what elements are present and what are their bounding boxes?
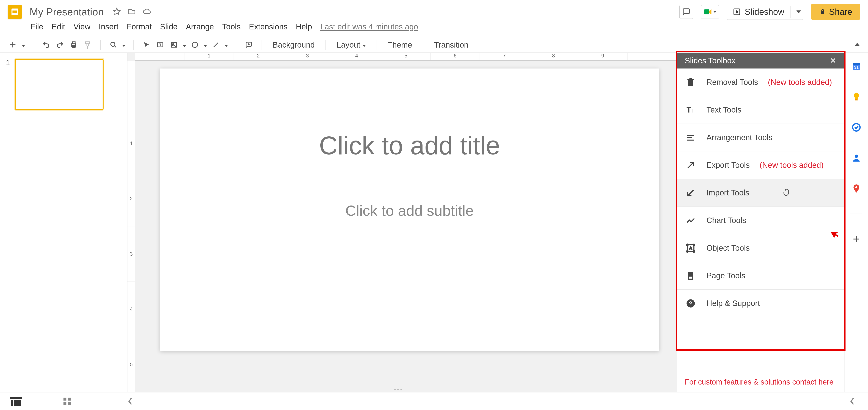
move-icon[interactable]: [128, 7, 136, 16]
svg-rect-58: [11, 400, 13, 406]
import-icon: [685, 187, 696, 199]
tool-item-removal-tools[interactable]: Removal Tools (New tools added): [677, 68, 844, 96]
expand-sidepanel-button[interactable]: [846, 398, 858, 405]
last-edit[interactable]: Last edit was 4 minutes ago: [320, 22, 418, 31]
shape-tool[interactable]: [190, 40, 200, 50]
redo-button[interactable]: [55, 40, 65, 50]
svg-point-41: [686, 244, 688, 245]
star-icon[interactable]: [113, 7, 121, 16]
side-panel: 31: [844, 53, 868, 392]
slides-logo[interactable]: [8, 5, 22, 19]
image-tool[interactable]: [169, 40, 179, 50]
menu-edit[interactable]: Edit: [52, 22, 65, 31]
zoom-button[interactable]: [108, 40, 118, 50]
header: My Presentation Slideshow Share: [0, 0, 868, 37]
chevron-down-icon[interactable]: [225, 40, 228, 49]
layout-button[interactable]: Layout: [334, 40, 369, 49]
menu-arrange[interactable]: Arrange: [186, 22, 214, 31]
comment-tool[interactable]: [244, 40, 254, 50]
svg-rect-14: [72, 42, 75, 44]
svg-line-38: [688, 162, 693, 168]
menu-format[interactable]: Format: [127, 22, 152, 31]
toolbar: Background Layout Theme Transition: [0, 37, 868, 53]
menu-insert[interactable]: Insert: [99, 22, 118, 31]
background-button[interactable]: Background: [270, 40, 318, 49]
svg-marker-5: [713, 11, 717, 13]
add-addon-button[interactable]: [851, 234, 862, 244]
print-button[interactable]: [69, 40, 79, 50]
comments-button[interactable]: [679, 5, 693, 19]
addon-title: Slides Toolbox: [685, 56, 736, 65]
tasks-icon[interactable]: [851, 122, 862, 133]
theme-button[interactable]: Theme: [385, 40, 415, 49]
tool-item-import-tools[interactable]: Import Tools: [677, 179, 844, 207]
calendar-icon[interactable]: 31: [851, 61, 862, 71]
svg-text:A: A: [689, 246, 692, 251]
contacts-icon[interactable]: [851, 152, 862, 163]
menu-slide[interactable]: Slide: [160, 22, 178, 31]
menu-file[interactable]: File: [31, 22, 43, 31]
svg-marker-32: [854, 43, 860, 47]
tool-item-text-tools[interactable]: TTText Tools: [677, 96, 844, 124]
menu-view[interactable]: View: [73, 22, 90, 31]
tool-item-export-tools[interactable]: Export Tools (New tools added): [677, 151, 844, 179]
tool-label: Arrangement Tools: [707, 133, 773, 142]
title-placeholder-text: Click to add title: [319, 131, 500, 160]
share-button[interactable]: Share: [811, 4, 860, 20]
chevron-down-icon[interactable]: [204, 40, 207, 49]
chevron-down-icon[interactable]: [796, 9, 801, 14]
tool-item-object-tools[interactable]: AObject Tools: [677, 234, 844, 262]
svg-text:?: ?: [689, 300, 692, 306]
filmstrip-view-button[interactable]: [10, 398, 22, 405]
meet-button[interactable]: [701, 5, 719, 19]
paint-format-button[interactable]: [83, 40, 93, 50]
svg-rect-1: [12, 10, 17, 13]
svg-point-55: [855, 186, 857, 188]
menu-tools[interactable]: Tools: [222, 22, 241, 31]
chevron-down-icon[interactable]: [122, 40, 125, 49]
maps-icon[interactable]: [851, 183, 862, 194]
chevron-down-icon[interactable]: [183, 40, 186, 49]
transition-button[interactable]: Transition: [431, 40, 471, 49]
menu-bar: File Edit View Insert Format Slide Arran…: [8, 20, 860, 34]
new-slide-button[interactable]: [8, 40, 18, 50]
textbox-tool[interactable]: [155, 40, 165, 50]
title-placeholder[interactable]: Click to add title: [180, 108, 639, 183]
line-tool[interactable]: [211, 40, 221, 50]
slideshow-button[interactable]: Slideshow: [727, 4, 803, 20]
slide[interactable]: Click to add title Click to add subtitle: [160, 68, 659, 351]
tool-item-help-support[interactable]: ?Help & Support: [677, 290, 844, 317]
share-label: Share: [829, 7, 852, 17]
notes-drag-handle[interactable]: [394, 389, 410, 391]
filmstrip[interactable]: 1: [0, 53, 127, 392]
text-icon: TT: [685, 104, 696, 116]
chevron-down-icon[interactable]: [22, 40, 25, 49]
addon-footer-text: For custom features & solutions contact …: [685, 378, 834, 386]
doc-title[interactable]: My Presentation: [30, 6, 104, 18]
svg-rect-62: [64, 402, 66, 405]
svg-marker-2: [113, 8, 120, 14]
tool-item-arrangement-tools[interactable]: Arrangement Tools: [677, 124, 844, 151]
grid-view-button[interactable]: [61, 398, 73, 405]
addon-footer[interactable]: For custom features & solutions contact …: [677, 372, 844, 392]
tool-item-chart-tools[interactable]: Chart Tools: [677, 207, 844, 234]
menu-extensions[interactable]: Extensions: [249, 22, 288, 31]
canvas[interactable]: 123456789 12345 Click to add title Click…: [127, 53, 677, 392]
slide-thumbnail[interactable]: [15, 59, 103, 110]
cloud-icon[interactable]: [143, 7, 151, 16]
menu-help[interactable]: Help: [296, 22, 312, 31]
select-tool[interactable]: [142, 40, 151, 50]
svg-point-25: [192, 42, 198, 48]
tool-label: Help & Support: [707, 299, 760, 308]
annotation-arrow-icon: [830, 228, 840, 238]
tool-label: Chart Tools: [707, 216, 746, 225]
keep-icon[interactable]: [851, 91, 862, 102]
svg-marker-12: [22, 45, 25, 47]
tool-item-page-tools[interactable]: Page Tools: [677, 262, 844, 290]
svg-rect-59: [14, 400, 21, 406]
subtitle-placeholder[interactable]: Click to add subtitle: [180, 189, 639, 232]
collapse-filmstrip-button[interactable]: [124, 398, 136, 405]
collapse-toolbar-button[interactable]: [854, 40, 860, 49]
undo-button[interactable]: [41, 40, 51, 50]
close-icon[interactable]: ✕: [830, 56, 836, 65]
